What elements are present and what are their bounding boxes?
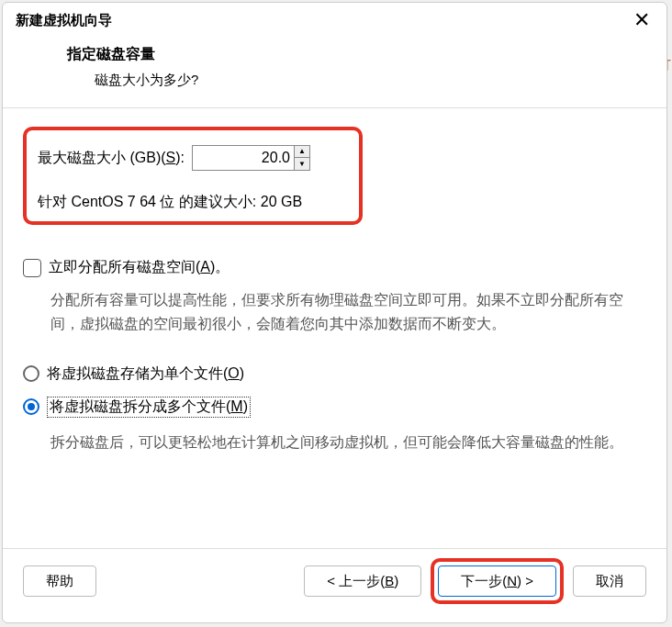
- spinner-down-icon[interactable]: ▼: [295, 158, 309, 170]
- disk-size-highlight: 最大磁盘大小 (GB)(S): ▲ ▼ 针对 CentOS 7 64 位 的建议…: [23, 127, 363, 225]
- split-file-row: 将虚拟磁盘拆分成多个文件(M): [23, 397, 646, 418]
- max-size-input[interactable]: [193, 146, 294, 170]
- max-size-label: 最大磁盘大小 (GB)(S):: [38, 149, 185, 168]
- single-file-row: 将虚拟磁盘存储为单个文件(O): [23, 364, 646, 384]
- close-icon[interactable]: ✕: [630, 10, 654, 30]
- header-section: 指定磁盘容量 磁盘大小为多少?: [3, 36, 666, 107]
- back-button[interactable]: < 上一步(B): [304, 565, 421, 597]
- allocate-now-description: 分配所有容量可以提高性能，但要求所有物理磁盘空间立即可用。如果不立即分配所有空间…: [23, 288, 646, 337]
- max-size-row: 最大磁盘大小 (GB)(S): ▲ ▼: [38, 145, 346, 171]
- content-area: 最大磁盘大小 (GB)(S): ▲ ▼ 针对 CentOS 7 64 位 的建议…: [3, 108, 666, 548]
- split-file-description: 拆分磁盘后，可以更轻松地在计算机之间移动虚拟机，但可能会降低大容量磁盘的性能。: [23, 431, 646, 454]
- recommended-size-text: 针对 CentOS 7 64 位 的建议大小: 20 GB: [38, 193, 346, 212]
- allocate-now-label: 立即分配所有磁盘空间(A)。: [49, 258, 230, 277]
- button-bar: 帮助 < 上一步(B) 下一步(N) > 取消: [3, 548, 666, 622]
- next-button-highlight: 下一步(N) >: [431, 558, 564, 604]
- split-file-label: 将虚拟磁盘拆分成多个文件(M): [47, 397, 251, 418]
- header-title: 指定磁盘容量: [67, 45, 666, 64]
- allocate-now-row: 立即分配所有磁盘空间(A)。: [23, 258, 646, 277]
- help-button[interactable]: 帮助: [23, 565, 96, 597]
- titlebar: 新建虚拟机向导 ✕: [3, 3, 666, 36]
- single-file-radio[interactable]: [23, 365, 39, 382]
- header-subtitle: 磁盘大小为多少?: [67, 72, 666, 89]
- next-button[interactable]: 下一步(N) >: [438, 565, 556, 597]
- single-file-label: 将虚拟磁盘存储为单个文件(O): [47, 364, 244, 384]
- allocate-now-checkbox[interactable]: [23, 259, 41, 277]
- spinner-buttons: ▲ ▼: [294, 146, 309, 170]
- spinner-up-icon[interactable]: ▲: [295, 146, 309, 158]
- max-size-spinner[interactable]: ▲ ▼: [192, 145, 310, 171]
- dialog-title: 新建虚拟机向导: [16, 12, 112, 29]
- split-file-radio[interactable]: [23, 398, 39, 415]
- cancel-button[interactable]: 取消: [573, 565, 646, 597]
- wizard-dialog: 新建虚拟机向导 ✕ 指定磁盘容量 磁盘大小为多少? 最大磁盘大小 (GB)(S)…: [2, 2, 667, 623]
